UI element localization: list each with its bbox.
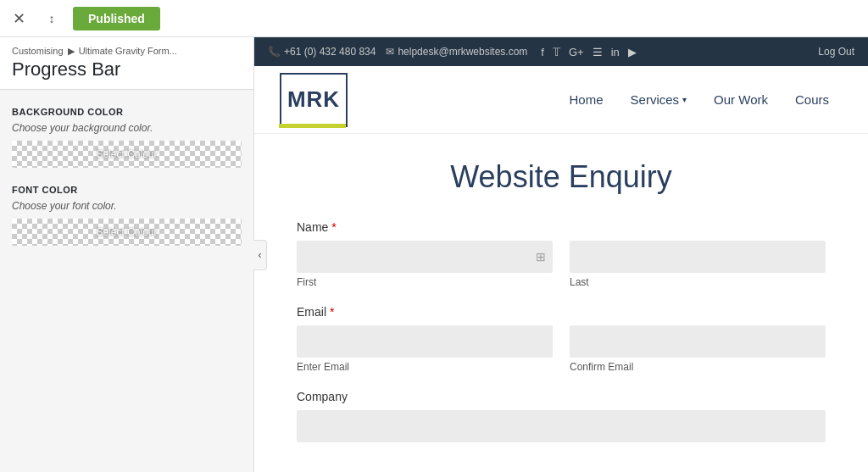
site-topbar: 📞 +61 (0) 432 480 834 ✉ helpdesk@mrkwebs…: [254, 37, 868, 66]
email-icon: ✉: [386, 46, 394, 58]
rss-icon[interactable]: ☰: [593, 46, 603, 58]
company-input[interactable]: [297, 410, 826, 442]
first-name-input[interactable]: ⊞: [297, 241, 553, 273]
confirm-email-input[interactable]: [570, 325, 826, 358]
sidebar-title: Progress Bar: [12, 58, 242, 81]
font-color-button-label: Select Colour: [96, 226, 157, 238]
admin-bar: ✕ ↕ Published: [0, 0, 868, 37]
close-button[interactable]: ✕: [7, 7, 31, 31]
font-color-desc: Choose your font color.: [12, 200, 242, 212]
collapse-sidebar-button[interactable]: ‹: [253, 240, 267, 270]
first-name-input-wrapper: ⊞: [297, 241, 553, 273]
google-plus-icon[interactable]: G+: [569, 46, 584, 58]
phone-icon: 📞: [268, 46, 281, 58]
services-chevron: ▾: [682, 95, 687, 104]
confirm-email-sublabel: Confirm Email: [570, 361, 826, 373]
nav-item-services[interactable]: Services ▾: [617, 84, 701, 115]
last-name-input[interactable]: [570, 241, 826, 273]
font-color-label: FONT COLOR: [12, 185, 242, 195]
font-color-section: FONT COLOR Choose your font color. Selec…: [12, 185, 242, 246]
sidebar: Customising ▶ Ultimate Gravity Form... P…: [0, 37, 254, 472]
background-color-picker[interactable]: Select Colour: [12, 141, 242, 168]
font-color-picker[interactable]: Select Colour: [12, 219, 242, 246]
first-name-col: ⊞ First: [297, 241, 553, 288]
site-nav: MRK Home Services ▾ Our Work Cours: [254, 66, 868, 134]
content-area: 📞 +61 (0) 432 480 834 ✉ helpdesk@mrkwebs…: [254, 37, 868, 472]
name-required-marker: *: [331, 220, 336, 234]
form-title: Website Enquiry: [297, 159, 826, 195]
site-nav-menu: Home Services ▾ Our Work Cours: [556, 84, 843, 115]
background-color-button-label: Select Colour: [96, 148, 157, 160]
name-field-label: Name *: [297, 220, 826, 234]
logo-text: MRK: [287, 86, 340, 113]
enter-email-input[interactable]: [297, 325, 553, 358]
breadcrumb-arrow: ▶: [68, 46, 75, 56]
topbar-phone: 📞 +61 (0) 432 480 834: [268, 46, 376, 58]
site-logo: MRK: [280, 73, 348, 127]
email-field-label: Email *: [297, 305, 826, 319]
email-required-marker: *: [330, 305, 334, 319]
background-color-label: BACKGROUND COLOR: [12, 107, 242, 117]
main-layout: Customising ▶ Ultimate Gravity Form... P…: [0, 37, 868, 472]
confirm-email-col: Confirm Email: [570, 325, 826, 373]
name-field-section: Name * ⊞ First Last: [297, 220, 826, 288]
sidebar-body: BACKGROUND COLOR Choose your background …: [0, 90, 253, 280]
last-name-col: Last: [570, 241, 826, 288]
topbar-email: ✉ helpdesk@mrkwebsites.com: [386, 46, 527, 58]
published-button[interactable]: Published: [73, 7, 160, 31]
background-color-desc: Choose your background color.: [12, 122, 242, 134]
email-row: Enter Email Confirm Email: [297, 325, 826, 373]
nav-item-our-work[interactable]: Our Work: [700, 84, 782, 115]
facebook-icon[interactable]: f: [541, 46, 544, 58]
breadcrumb: Customising ▶ Ultimate Gravity Form...: [12, 46, 242, 57]
enter-email-sublabel: Enter Email: [297, 361, 553, 373]
last-name-sublabel: Last: [570, 276, 826, 288]
sidebar-header: Customising ▶ Ultimate Gravity Form... P…: [0, 37, 253, 90]
youtube-icon[interactable]: ▶: [628, 46, 637, 58]
linkedin-icon[interactable]: in: [611, 46, 620, 58]
topbar-social-icons: f 𝕋 G+ ☰ in ▶: [541, 46, 636, 58]
name-input-icon: ⊞: [536, 250, 546, 264]
twitter-icon[interactable]: 𝕋: [553, 46, 560, 58]
sort-button[interactable]: ↕: [37, 7, 66, 31]
company-field-label: Company: [297, 390, 826, 403]
nav-item-courses[interactable]: Cours: [782, 84, 843, 115]
company-field-section: Company: [297, 390, 826, 442]
name-row: ⊞ First Last: [297, 241, 826, 288]
first-name-sublabel: First: [297, 276, 553, 288]
background-color-section: BACKGROUND COLOR Choose your background …: [12, 107, 242, 168]
nav-item-home[interactable]: Home: [556, 84, 617, 115]
email-field-section: Email * Enter Email Confirm Email: [297, 305, 826, 373]
logout-button[interactable]: Log Out: [818, 46, 854, 58]
form-area: Website Enquiry Name * ⊞ First: [254, 134, 868, 472]
email-col: Enter Email: [297, 325, 553, 373]
